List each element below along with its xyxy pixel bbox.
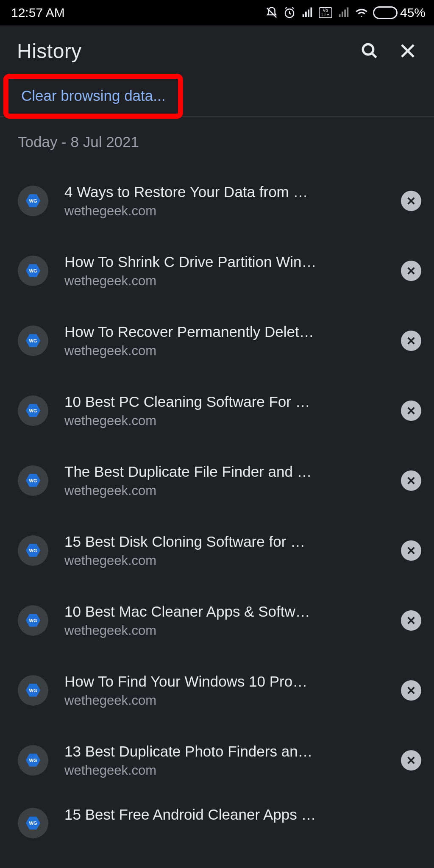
favicon: WG <box>18 535 48 566</box>
history-item-title: How To Shrink C Drive Partition Win… <box>64 253 385 271</box>
close-icon <box>406 546 416 555</box>
close-icon <box>406 476 416 485</box>
favicon-hex-icon: WG <box>26 753 40 768</box>
history-item-text: 4 Ways to Restore Your Data from … wethe… <box>64 183 385 219</box>
status-icons: VoLTE 45% <box>265 6 426 20</box>
delete-history-item-button[interactable] <box>401 401 421 421</box>
history-item[interactable]: WG The Best Duplicate File Finder and … … <box>0 445 434 515</box>
history-item-text: The Best Duplicate File Finder and … wet… <box>64 462 385 499</box>
delete-history-item-button[interactable] <box>401 470 421 491</box>
history-item-title: 15 Best Free Android Cleaner Apps … <box>64 805 385 824</box>
battery-percent: 45% <box>400 6 426 20</box>
history-item[interactable]: WG 4 Ways to Restore Your Data from … we… <box>0 166 434 236</box>
favicon-hex-icon: WG <box>26 264 40 278</box>
history-item-domain: wethegeek.com <box>64 483 385 498</box>
search-button[interactable] <box>353 34 387 68</box>
wifi-icon <box>355 6 368 19</box>
history-item-text: How To Shrink C Drive Partition Win… wet… <box>64 253 385 289</box>
page-title: History <box>17 39 348 63</box>
favicon-hex-icon: WG <box>26 683 40 698</box>
date-header: Today - 8 Jul 2021 <box>0 134 434 166</box>
app-header: History <box>0 25 434 76</box>
delete-history-item-button[interactable] <box>401 610 421 631</box>
favicon: WG <box>18 675 48 706</box>
delete-history-item-button[interactable] <box>401 750 421 771</box>
bell-off-icon <box>265 6 278 19</box>
favicon: WG <box>18 186 48 216</box>
history-item-text: 15 Best Free Android Cleaner Apps … <box>64 805 385 826</box>
history-item-text: 13 Best Duplicate Photo Finders an… weth… <box>64 742 385 779</box>
favicon: WG <box>18 395 48 426</box>
history-item-domain: wethegeek.com <box>64 553 385 568</box>
delete-history-item-button[interactable] <box>401 540 421 561</box>
favicon: WG <box>18 256 48 286</box>
history-item-title: 10 Best PC Cleaning Software For … <box>64 392 385 411</box>
history-item[interactable]: WG 13 Best Duplicate Photo Finders an… w… <box>0 725 434 795</box>
history-item[interactable]: WG 15 Best Free Android Cleaner Apps … <box>0 795 434 838</box>
history-item-title: How To Find Your Windows 10 Pro… <box>64 672 385 691</box>
favicon-hex-icon: WG <box>26 816 40 830</box>
close-icon <box>406 686 416 695</box>
history-list: WG 4 Ways to Restore Your Data from … we… <box>0 166 434 838</box>
history-item-domain: wethegeek.com <box>64 203 385 219</box>
favicon-hex-icon: WG <box>26 543 40 558</box>
battery-indicator: 45% <box>373 6 426 20</box>
history-item-text: 15 Best Disk Cloning Software for … weth… <box>64 532 385 569</box>
history-item-domain: wethegeek.com <box>64 343 385 359</box>
history-item[interactable]: WG 10 Best Mac Cleaner Apps & Softw… wet… <box>0 585 434 655</box>
history-item[interactable]: WG How To Find Your Windows 10 Pro… weth… <box>0 655 434 725</box>
delete-history-item-button[interactable] <box>401 191 421 211</box>
volte-icon: VoLTE <box>319 7 332 18</box>
clear-browsing-data-link[interactable]: Clear browsing data... <box>21 87 165 104</box>
favicon: WG <box>18 465 48 496</box>
close-icon <box>406 266 416 275</box>
history-item-domain: wethegeek.com <box>64 763 385 778</box>
search-icon <box>361 42 378 60</box>
history-item-title: 10 Best Mac Cleaner Apps & Softw… <box>64 602 385 621</box>
favicon-hex-icon: WG <box>26 194 40 208</box>
history-item[interactable]: WG 10 Best PC Cleaning Software For … we… <box>0 376 434 445</box>
signal-full-icon <box>301 6 314 19</box>
close-icon <box>406 406 416 415</box>
favicon: WG <box>18 808 48 838</box>
history-content: Today - 8 Jul 2021 WG 4 Ways to Restore … <box>0 117 434 868</box>
history-item-domain: wethegeek.com <box>64 623 385 638</box>
history-item-domain: wethegeek.com <box>64 413 385 428</box>
close-icon <box>406 336 416 345</box>
close-icon <box>406 196 416 206</box>
favicon: WG <box>18 605 48 636</box>
close-icon <box>406 756 416 765</box>
status-time: 12:57 AM <box>11 6 65 20</box>
close-button[interactable] <box>391 34 425 68</box>
history-item-text: How To Find Your Windows 10 Pro… wethege… <box>64 672 385 709</box>
history-item-text: How To Recover Permanently Delet… wetheg… <box>64 323 385 359</box>
history-item-text: 10 Best Mac Cleaner Apps & Softw… wetheg… <box>64 602 385 639</box>
app-chrome-history: History Clear browsing data... Today - 8… <box>0 25 434 868</box>
history-item-domain: wethegeek.com <box>64 273 385 289</box>
favicon-hex-icon: WG <box>26 403 40 418</box>
favicon-hex-icon: WG <box>26 334 40 348</box>
history-item-title: The Best Duplicate File Finder and … <box>64 462 385 481</box>
status-bar: 12:57 AM VoLTE 45% <box>0 0 434 25</box>
svg-point-1 <box>363 44 373 55</box>
signal-dim-icon <box>337 6 350 19</box>
history-item[interactable]: WG 15 Best Disk Cloning Software for … w… <box>0 515 434 585</box>
history-item-text: 10 Best PC Cleaning Software For … wethe… <box>64 392 385 429</box>
history-item-title: 15 Best Disk Cloning Software for … <box>64 532 385 551</box>
history-item-title: How To Recover Permanently Delet… <box>64 323 385 341</box>
history-item[interactable]: WG How To Recover Permanently Delet… wet… <box>0 306 434 376</box>
history-item-domain: wethegeek.com <box>64 693 385 708</box>
close-icon <box>399 42 417 60</box>
favicon: WG <box>18 326 48 356</box>
history-item[interactable]: WG How To Shrink C Drive Partition Win… … <box>0 236 434 306</box>
delete-history-item-button[interactable] <box>401 680 421 701</box>
close-icon <box>406 616 416 625</box>
clear-browsing-row: Clear browsing data... <box>0 76 434 117</box>
favicon: WG <box>18 745 48 776</box>
favicon-hex-icon: WG <box>26 473 40 488</box>
delete-history-item-button[interactable] <box>401 261 421 281</box>
battery-icon <box>373 6 398 19</box>
favicon-hex-icon: WG <box>26 613 40 628</box>
history-item-title: 13 Best Duplicate Photo Finders an… <box>64 742 385 761</box>
delete-history-item-button[interactable] <box>401 331 421 351</box>
